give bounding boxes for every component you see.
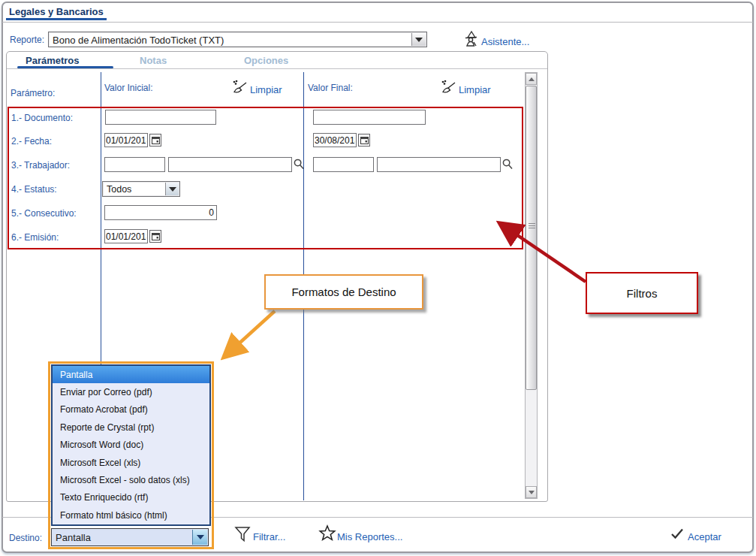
formatos-destino-callout: Formatos de Destino <box>264 274 423 310</box>
scrollbar-thumb[interactable] <box>526 86 537 390</box>
chevron-down-icon <box>415 38 423 42</box>
column-header-valor-final: Valor Final: <box>308 83 353 93</box>
dropdown-option-selected[interactable]: Pantalla <box>53 366 209 383</box>
fecha-final-input[interactable] <box>313 133 357 147</box>
scrollbar-up-button[interactable] <box>526 73 537 85</box>
report-combobox-arrow[interactable] <box>411 33 426 46</box>
row-documento-label: 1.- Documento: <box>11 113 73 123</box>
destination-dropdown-list[interactable]: Pantalla Enviar por Correo (pdf) Formato… <box>51 364 211 526</box>
filtrar-button[interactable]: Filtrar... <box>253 531 285 542</box>
dropdown-option[interactable]: Microsoft Excel (xls) <box>53 454 209 471</box>
report-combobox-value: Bono de Alimentación TodoTicket (TXT) <box>53 35 224 46</box>
search-icon[interactable] <box>294 159 304 173</box>
trabajador-initial-code-input[interactable] <box>104 157 165 172</box>
estatus-combobox[interactable]: Todos <box>102 181 180 197</box>
row-estatus-label: 4.- Estatus: <box>11 184 57 195</box>
vertical-scrollbar[interactable] <box>525 72 538 499</box>
scrollbar-down-button[interactable] <box>526 486 537 498</box>
star-icon[interactable] <box>318 524 336 545</box>
arrow-up-icon <box>529 77 535 81</box>
chevron-down-icon <box>169 187 176 192</box>
dropdown-option[interactable]: Formato Acrobat (pdf) <box>53 401 209 419</box>
estatus-combobox-value: Todos <box>107 184 131 195</box>
trabajador-final-name-input[interactable] <box>377 157 501 172</box>
dropdown-option[interactable]: Microsoft Excel - solo datos (xls) <box>53 471 209 488</box>
destino-combobox-value: Pantalla <box>56 532 91 543</box>
dropdown-option[interactable]: Reporte de Crystal (rpt) <box>53 419 209 436</box>
consecutivo-input[interactable] <box>104 205 217 220</box>
destino-combobox[interactable]: Pantalla <box>51 528 209 546</box>
trabajador-initial-name-input[interactable] <box>168 157 292 172</box>
fecha-initial-input[interactable] <box>104 133 148 147</box>
column-header-valor-inicial: Valor Inicial: <box>104 83 152 93</box>
assistant-link[interactable]: Asistente... <box>481 36 529 47</box>
title-underline <box>6 18 107 20</box>
row-fecha-label: 2.- Fecha: <box>11 136 52 147</box>
mis-reportes-button[interactable]: Mis Reportes... <box>337 531 402 542</box>
destino-label: Destino: <box>9 533 42 543</box>
limpiar-final-link[interactable]: Limpiar <box>459 84 491 95</box>
trabajador-final-code-input[interactable] <box>313 157 374 172</box>
filter-funnel-icon[interactable] <box>234 525 251 546</box>
chevron-down-icon <box>197 535 204 539</box>
row-emision-label: 6.- Emisión: <box>11 232 59 243</box>
row-consecutivo-label: 5.- Consecutivo: <box>11 208 77 219</box>
broom-icon[interactable] <box>231 80 248 98</box>
emision-input[interactable] <box>104 229 148 243</box>
estatus-combobox-arrow[interactable] <box>165 183 179 195</box>
dropdown-option[interactable]: Enviar por Correo (pdf) <box>53 383 209 400</box>
calendar-icon[interactable] <box>358 134 370 147</box>
report-dialog: Legales y Bancarios Reporte: Bono de Ali… <box>0 0 756 556</box>
title-separator <box>2 22 753 23</box>
dropdown-option[interactable]: Microsoft Word (doc) <box>53 437 209 454</box>
tab-separator <box>7 68 547 69</box>
column-header-parametro: Parámetro: <box>11 88 55 98</box>
dropdown-option[interactable]: Formato html básico (html) <box>53 506 209 524</box>
report-combobox[interactable]: Bono de Alimentación TodoTicket (TXT) <box>48 32 427 47</box>
destino-combobox-arrow[interactable] <box>192 530 207 545</box>
aceptar-button[interactable]: Aceptar <box>688 531 721 542</box>
documento-final-input[interactable] <box>313 110 426 125</box>
check-icon[interactable] <box>670 527 684 542</box>
tab-notas[interactable]: Notas <box>140 55 167 66</box>
filtros-callout: Filtros <box>586 272 698 314</box>
calendar-icon[interactable] <box>149 230 161 243</box>
window-title: Legales y Bancarios <box>9 6 104 17</box>
tab-opciones[interactable]: Opciones <box>244 55 288 66</box>
documento-initial-input[interactable] <box>105 110 216 125</box>
broom-icon[interactable] <box>440 80 456 98</box>
limpiar-initial-link[interactable]: Limpiar <box>250 84 282 95</box>
dropdown-option[interactable]: Texto Enriquecido (rtf) <box>53 489 209 506</box>
tab-parametros[interactable]: Parámetros <box>26 55 80 66</box>
calendar-icon[interactable] <box>149 134 161 147</box>
scrollbar-grip-icon <box>529 223 535 229</box>
arrow-down-icon <box>529 491 535 494</box>
report-label: Reporte: <box>10 35 44 45</box>
row-trabajador-label: 3.- Trabajador: <box>11 160 70 171</box>
search-icon[interactable] <box>502 159 513 173</box>
wizard-icon[interactable] <box>462 30 480 51</box>
